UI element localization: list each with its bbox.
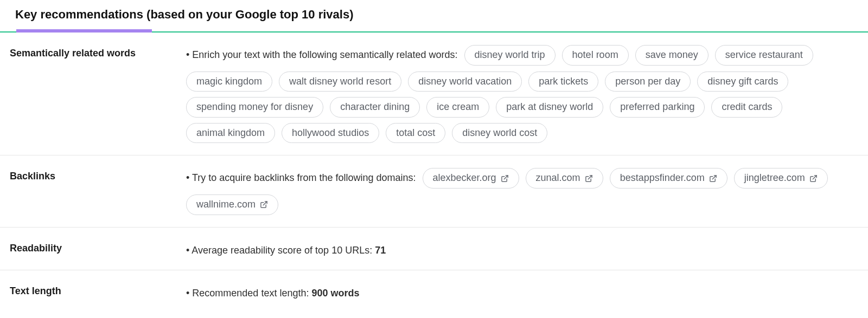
semantic-word-chip[interactable]: magic kingdom xyxy=(186,72,272,92)
external-link-icon xyxy=(501,174,509,183)
backlink-domain-label: bestappsfinder.com xyxy=(620,172,705,184)
semantic-word-chip[interactable]: spending money for disney xyxy=(186,97,323,118)
textlength-value: 900 words xyxy=(311,288,359,298)
semantic-word-chip[interactable]: park at disney world xyxy=(496,97,603,118)
readability-line: • Average readability score of top 10 UR… xyxy=(186,239,868,258)
row-text-length: Text length • Recommended text length: 9… xyxy=(0,270,868,313)
backlinks-line: • Try to acquire backlinks from the foll… xyxy=(186,167,868,215)
semantic-word-chip[interactable]: save money xyxy=(635,45,709,66)
section-title: Key recommendations (based on your Googl… xyxy=(15,8,853,28)
backlink-domain-label: jingletree.com xyxy=(744,172,805,184)
semantic-word-chip[interactable]: character dining xyxy=(330,97,420,118)
semantic-word-chip[interactable]: ice cream xyxy=(426,97,489,118)
external-link-icon xyxy=(809,174,818,183)
external-link-icon xyxy=(585,174,593,183)
semantic-word-chip[interactable]: animal kingdom xyxy=(186,123,275,144)
svg-line-1 xyxy=(588,176,592,179)
textlength-text: • Recommended text length: 900 words xyxy=(186,285,359,301)
semantic-word-chip[interactable]: person per day xyxy=(605,72,691,92)
backlink-domain-label: wallnime.com xyxy=(196,199,256,211)
readability-text: • Average readability score of top 10 UR… xyxy=(186,243,386,258)
semantic-word-chip[interactable]: preferred parking xyxy=(610,97,705,118)
row-label-semantic: Semantically related words xyxy=(10,44,186,59)
semantic-words-line: • Enrich your text with the following se… xyxy=(186,44,868,143)
semantic-word-chip[interactable]: disney world vacation xyxy=(408,72,522,92)
backlink-domain-chip[interactable]: wallnime.com xyxy=(186,194,278,215)
recommendations-header: Key recommendations (based on your Googl… xyxy=(0,0,868,33)
semantic-word-chip[interactable]: disney world cost xyxy=(452,123,547,144)
semantic-word-chip[interactable]: disney world trip xyxy=(464,45,556,66)
semantic-lead: • Enrich your text with the following se… xyxy=(186,44,458,66)
external-link-icon xyxy=(260,200,268,209)
semantic-word-chip[interactable]: disney gift cards xyxy=(697,72,788,92)
svg-line-0 xyxy=(504,176,508,179)
semantic-word-chip[interactable]: walt disney world resort xyxy=(279,72,401,92)
semantic-word-chip[interactable]: hotel room xyxy=(562,45,629,66)
external-link-icon xyxy=(709,174,717,183)
row-readability: Readability • Average readability score … xyxy=(0,228,868,271)
backlinks-lead: • Try to acquire backlinks from the foll… xyxy=(186,167,416,189)
backlink-domain-chip[interactable]: bestappsfinder.com xyxy=(610,168,727,189)
row-semantic-words: Semantically related words • Enrich your… xyxy=(0,33,868,155)
semantic-word-chip[interactable]: service restaurant xyxy=(715,45,813,66)
semantic-word-chip[interactable]: credit cards xyxy=(711,97,782,118)
row-backlinks: Backlinks • Try to acquire backlinks fro… xyxy=(0,155,868,227)
readability-value: 71 xyxy=(375,245,386,256)
semantic-word-chip[interactable]: park tickets xyxy=(528,72,598,92)
svg-line-3 xyxy=(813,176,816,179)
svg-line-2 xyxy=(712,176,716,179)
backlink-domain-chip[interactable]: zunal.com xyxy=(526,168,603,189)
backlink-domain-chip[interactable]: alexbecker.org xyxy=(423,168,519,189)
backlink-domain-label: alexbecker.org xyxy=(433,172,496,184)
semantic-word-chip[interactable]: hollywood studios xyxy=(282,123,379,144)
svg-line-4 xyxy=(263,202,267,205)
backlink-domain-label: zunal.com xyxy=(536,172,580,184)
backlink-domain-chip[interactable]: jingletree.com xyxy=(734,168,828,189)
semantic-word-chip[interactable]: total cost xyxy=(386,123,445,144)
row-label-readability: Readability xyxy=(10,239,186,254)
accent-underline xyxy=(16,29,152,33)
row-label-textlength: Text length xyxy=(10,282,186,297)
textlength-line: • Recommended text length: 900 words xyxy=(186,282,868,301)
row-label-backlinks: Backlinks xyxy=(10,167,186,182)
